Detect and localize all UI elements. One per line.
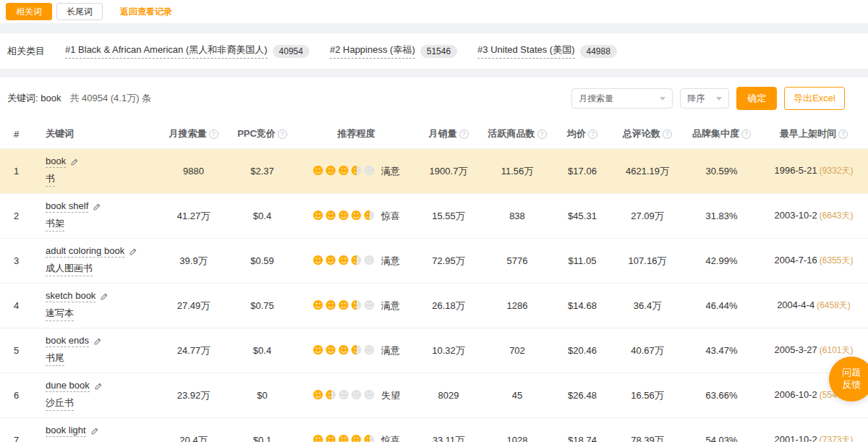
info-icon[interactable]: ?: [537, 129, 547, 139]
current-keyword-label: 关键词: book: [7, 92, 61, 105]
keyword-table: # 关键词 月搜索量? PPC竞价? 推荐程度 月销量? 活跃商品数? 均价? …: [0, 119, 868, 442]
days-on-market: (7373天): [820, 435, 854, 442]
row-index: 3: [0, 239, 33, 284]
face-icon: ☻: [326, 255, 337, 266]
results-total-label: 共 40954 (4.1万) 条: [69, 92, 151, 105]
keyword-results-card: 关键词: book 共 40954 (4.1万) 条 月搜索量 降序 确定 导出…: [0, 77, 868, 442]
total-reviews-value: 27.09万: [611, 194, 684, 239]
face-icon: ☻: [363, 345, 375, 356]
face-icon: ☻: [326, 300, 337, 311]
total-reviews-value: 107.16万: [611, 239, 684, 284]
row-index: 7: [0, 418, 33, 442]
monthly-search-value: 20.4万: [159, 418, 228, 442]
edit-pencil-icon[interactable]: [94, 382, 103, 391]
recommendation-rating: ☻☻☻☻☻☻满意: [299, 344, 413, 357]
keyword-translation[interactable]: 书: [46, 172, 55, 187]
sort-order-select[interactable]: 降序: [680, 88, 729, 109]
info-icon[interactable]: ?: [838, 129, 848, 139]
header-monthly-search: 月搜索量?: [159, 119, 228, 149]
edit-pencil-icon[interactable]: [70, 158, 79, 166]
table-row: 1book书9880$2.37☻☻☻☻☻☻满意1900.7万11.56万$17.…: [0, 149, 868, 194]
rating-faces: ☻☻☻☻☻☻: [312, 166, 376, 177]
rating-label: 满意: [381, 165, 400, 178]
tab-longtail-words[interactable]: 长尾词: [56, 3, 103, 20]
table-header-row: # 关键词 月搜索量? PPC竞价? 推荐程度 月销量? 活跃商品数? 均价? …: [0, 119, 868, 149]
header-recommendation: 推荐程度: [297, 119, 416, 149]
days-on-market: (6355天): [820, 255, 854, 265]
keyword-translation[interactable]: 成人图画书: [46, 262, 93, 276]
export-excel-button[interactable]: 导出Excel: [784, 87, 845, 110]
face-icon: ☻: [326, 435, 337, 442]
edit-pencil-icon[interactable]: [93, 337, 102, 346]
chevron-down-icon: [716, 97, 722, 101]
rating-label: 惊喜: [381, 210, 400, 223]
keyword-translation[interactable]: 书尾: [46, 352, 64, 366]
info-icon[interactable]: ?: [209, 129, 218, 139]
edit-pencil-icon[interactable]: [93, 203, 101, 211]
keyword-translation[interactable]: 沙丘书: [46, 396, 74, 411]
edit-pencil-icon[interactable]: [129, 247, 137, 256]
face-icon: ☻: [338, 435, 349, 442]
rating-faces: ☻☻☻☻☻☻: [312, 345, 376, 356]
face-icon: ☻: [312, 435, 324, 442]
keyword-link[interactable]: book shelf: [46, 200, 88, 213]
keyword-translation[interactable]: 书架: [46, 217, 64, 231]
active-products-value: 11.56万: [481, 149, 553, 194]
avg-price-value: $45.31: [553, 194, 611, 239]
face-icon: ☻: [338, 390, 349, 401]
keyword-link[interactable]: sketch book: [46, 290, 95, 302]
face-icon: ☻: [312, 211, 324, 221]
face-icon: ☻: [338, 345, 349, 356]
keyword-link[interactable]: book light: [46, 425, 86, 437]
edit-pencil-icon[interactable]: [100, 292, 109, 301]
row-index: 1: [0, 149, 33, 194]
tab-related-words[interactable]: 相关词: [6, 3, 52, 20]
header-brand-concentration: 品牌集中度?: [684, 119, 760, 149]
face-icon: ☻☻: [363, 435, 375, 442]
active-products-value: 702: [481, 328, 553, 373]
recommendation-rating: ☻☻☻☻☻☻惊喜: [299, 210, 413, 223]
keyword-link[interactable]: dune book: [46, 380, 90, 392]
face-icon: ☻: [363, 255, 375, 266]
top-tab-bar: 相关词 长尾词 返回查看记录: [0, 0, 868, 23]
ppc-bid-value: $0.1: [228, 418, 297, 442]
keyword-link[interactable]: book ends: [46, 335, 89, 347]
brand-concentration-value: 31.83%: [684, 194, 760, 239]
brand-concentration-value: 46.44%: [684, 284, 760, 328]
info-icon[interactable]: ?: [663, 129, 672, 139]
recommendation-rating: ☻☻☻☻☻☻满意: [299, 255, 413, 268]
info-icon[interactable]: ?: [741, 129, 751, 139]
monthly-search-value: 9880: [159, 149, 228, 194]
face-icon: ☻: [312, 300, 324, 311]
face-icon: ☻: [338, 255, 349, 266]
face-icon: ☻: [312, 255, 324, 266]
days-on-market: (6101天): [820, 345, 854, 355]
info-icon[interactable]: ?: [588, 129, 597, 139]
feedback-button[interactable]: 问题 反馈: [829, 357, 868, 401]
info-icon[interactable]: ?: [278, 129, 287, 139]
table-row: 6dune book沙丘书23.92万$0☻☻☻☻☻☻失望802945$26.4…: [0, 373, 868, 418]
rating-label: 满意: [381, 255, 400, 268]
active-products-value: 45: [481, 373, 553, 418]
face-icon: ☻: [338, 211, 349, 221]
keyword-link[interactable]: book: [46, 156, 66, 168]
category-link[interactable]: #1 Black & African American (黑人和非裔美国人): [65, 43, 268, 59]
back-to-records-link[interactable]: 返回查看记录: [120, 6, 172, 18]
category-count-badge: 44988: [580, 45, 617, 58]
face-icon: ☻☻: [351, 345, 362, 356]
keyword-translation[interactable]: 速写本: [46, 307, 74, 321]
edit-pencil-icon[interactable]: [90, 427, 99, 435]
category-link[interactable]: #3 United States (美国): [477, 43, 574, 59]
monthly-search-value: 23.92万: [159, 373, 228, 418]
active-products-value: 5776: [481, 239, 553, 284]
category-item: #2 Happiness (幸福) 51546: [330, 43, 457, 59]
keyword-link[interactable]: adult coloring book: [46, 245, 124, 258]
category-link[interactable]: #2 Happiness (幸福): [330, 43, 415, 59]
sort-field-select[interactable]: 月搜索量: [571, 88, 673, 109]
brand-concentration-value: 42.99%: [684, 239, 760, 284]
face-icon: ☻: [338, 166, 349, 177]
rating-faces: ☻☻☻☻☻☻: [312, 300, 376, 311]
info-icon[interactable]: ?: [459, 129, 469, 139]
rating-label: 满意: [381, 299, 400, 313]
confirm-button[interactable]: 确定: [736, 87, 777, 110]
